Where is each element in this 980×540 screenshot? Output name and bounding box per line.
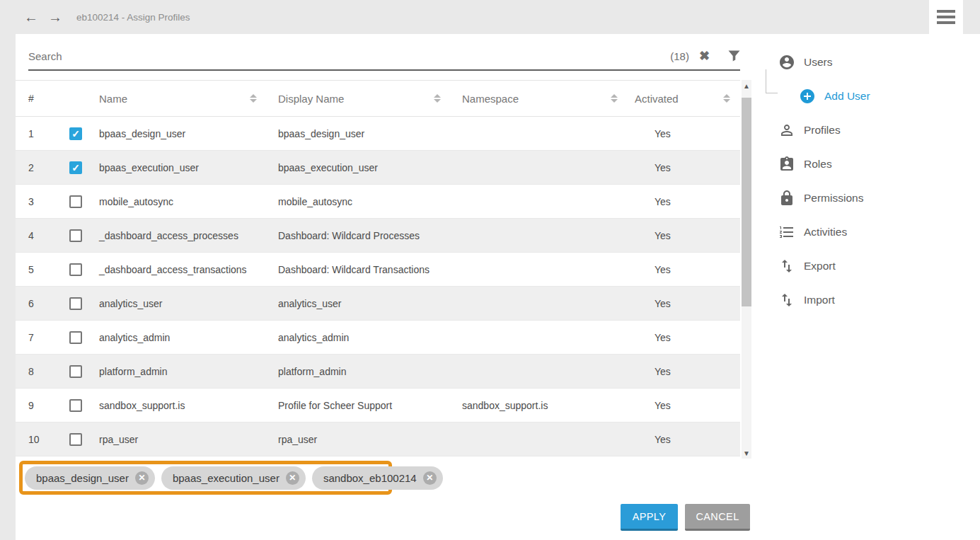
cell-display-name: rpa_user: [267, 434, 451, 445]
sort-icon[interactable]: [723, 94, 730, 103]
table-header: # Name Display Name Namespace Activated: [16, 80, 740, 117]
sort-icon[interactable]: [611, 94, 618, 103]
cell-namespace: sandbox_support.is: [451, 400, 628, 411]
hamburger-bar: [937, 10, 955, 13]
column-header-num: #: [16, 93, 57, 104]
cell-display-name: bpaas_execution_user: [267, 162, 451, 173]
numbered-list-icon: [778, 224, 795, 241]
cell-activated: Yes: [628, 434, 740, 445]
row-checkbox[interactable]: [69, 195, 82, 208]
cell-name: rpa_user: [88, 434, 267, 445]
row-checkbox[interactable]: [69, 127, 82, 140]
hamburger-menu-icon[interactable]: [929, 0, 963, 34]
chip-remove-icon[interactable]: ✕: [423, 471, 437, 485]
chip-remove-icon[interactable]: ✕: [135, 471, 149, 485]
row-number: 7: [16, 332, 57, 343]
cell-name: platform_admin: [88, 366, 267, 377]
lock-icon: [778, 190, 795, 207]
filter-icon[interactable]: [728, 50, 740, 62]
column-header-namespace: Namespace: [451, 93, 628, 105]
sidebar-item-permissions[interactable]: Permissions: [778, 181, 934, 215]
sidebar: Users Add User Profiles Roles Permiss: [778, 45, 934, 317]
cell-activated: Yes: [628, 332, 740, 343]
forward-arrow-icon[interactable]: →: [48, 10, 62, 24]
cell-display-name: Dashboard: Wildcard Transactions: [267, 264, 451, 275]
row-number: 2: [16, 162, 57, 173]
cell-name: sandbox_support.is: [88, 400, 267, 411]
scrollbar-thumb[interactable]: [742, 98, 751, 306]
table-row: 9 sandbox_support.is Profile for Scheer …: [16, 389, 740, 423]
cell-display-name: analytics_user: [267, 298, 451, 309]
table-row: 6 analytics_user analytics_user Yes: [16, 287, 740, 321]
apply-button[interactable]: APPLY: [621, 504, 678, 531]
profile-chip: bpaas_execution_user ✕: [161, 466, 306, 490]
sidebar-item-import[interactable]: Import: [778, 283, 934, 317]
cancel-button[interactable]: CANCEL: [685, 504, 750, 531]
row-number: 5: [16, 264, 57, 275]
sidebar-item-activities[interactable]: Activities: [778, 215, 934, 249]
table-scrollbar[interactable]: ▲ ▼: [742, 80, 751, 459]
chip-remove-icon[interactable]: ✕: [286, 471, 299, 485]
row-checkbox[interactable]: [69, 331, 82, 344]
page-title: eb100214 - Assign Profiles: [76, 12, 190, 23]
column-header-display-name: Display Name: [267, 93, 451, 105]
row-checkbox[interactable]: [69, 297, 82, 310]
sidebar-item-profiles[interactable]: Profiles: [778, 113, 934, 147]
row-number: 9: [16, 400, 57, 411]
add-circle-icon: [799, 88, 816, 105]
sidebar-item-export[interactable]: Export: [778, 249, 934, 283]
chip-label: sandbox_eb100214: [323, 472, 417, 484]
cell-activated: Yes: [628, 264, 740, 275]
cell-activated: Yes: [628, 162, 740, 173]
scroll-up-icon[interactable]: ▲: [742, 80, 751, 91]
profiles-table: # Name Display Name Namespace Activated …: [16, 80, 740, 456]
result-count: (18): [670, 50, 689, 62]
table-row: 5 _dashboard_access_transactions Dashboa…: [16, 253, 740, 287]
sort-icon[interactable]: [434, 94, 441, 103]
main-panel: (18) ✖ # Name Display Name Namespace Act…: [16, 34, 980, 540]
cell-display-name: analytics_admin: [267, 332, 451, 343]
row-number: 10: [16, 434, 57, 445]
person-icon: [778, 122, 795, 139]
sidebar-item-users[interactable]: Users: [778, 45, 934, 79]
row-number: 4: [16, 230, 57, 241]
scroll-down-icon[interactable]: ▼: [742, 447, 751, 459]
search-input[interactable]: [28, 50, 670, 62]
cell-display-name: bpaas_design_user: [267, 128, 451, 139]
cell-name: _dashboard_access_transactions: [88, 264, 267, 275]
cell-name: analytics_user: [88, 298, 267, 309]
back-arrow-icon[interactable]: ←: [24, 10, 38, 24]
cell-display-name: Dashboard: Wildcard Processes: [267, 230, 451, 241]
column-header-activated: Activated: [628, 93, 740, 105]
hamburger-bar: [937, 16, 955, 18]
row-checkbox[interactable]: [69, 263, 82, 276]
clear-search-icon[interactable]: ✖: [699, 50, 710, 62]
sidebar-item-roles[interactable]: Roles: [778, 147, 934, 181]
row-number: 8: [16, 366, 57, 377]
row-checkbox[interactable]: [69, 433, 82, 446]
table-row: 4 _dashboard_access_processes Dashboard:…: [16, 219, 740, 253]
cell-display-name: platform_admin: [267, 366, 451, 377]
import-export-icon: [778, 292, 795, 309]
row-checkbox[interactable]: [69, 399, 82, 412]
row-checkbox[interactable]: [69, 161, 82, 174]
cell-name: bpaas_design_user: [88, 128, 267, 139]
row-checkbox[interactable]: [69, 365, 82, 378]
table-row: 10 rpa_user rpa_user Yes: [16, 423, 740, 456]
tree-connector: [766, 69, 778, 93]
cell-display-name: Profile for Scheer Support: [267, 400, 451, 411]
sidebar-item-add-user[interactable]: Add User: [778, 79, 934, 113]
table-row: 2 bpaas_execution_user bpaas_execution_u…: [16, 151, 740, 185]
row-number: 6: [16, 298, 57, 309]
row-number: 1: [16, 128, 57, 139]
table-row: 3 mobile_autosync mobile_autosync Yes: [16, 185, 740, 219]
table-row: 1 bpaas_design_user bpaas_design_user Ye…: [16, 117, 740, 151]
cell-name: analytics_admin: [88, 332, 267, 343]
row-checkbox[interactable]: [69, 229, 82, 242]
badge-icon: [778, 156, 795, 173]
table-row: 7 analytics_admin analytics_admin Yes: [16, 321, 740, 355]
topbar: ← → eb100214 - Assign Profiles: [0, 0, 980, 34]
sort-icon[interactable]: [250, 94, 257, 103]
cell-activated: Yes: [628, 196, 740, 207]
profile-chip: bpaas_design_user ✕: [25, 466, 155, 490]
